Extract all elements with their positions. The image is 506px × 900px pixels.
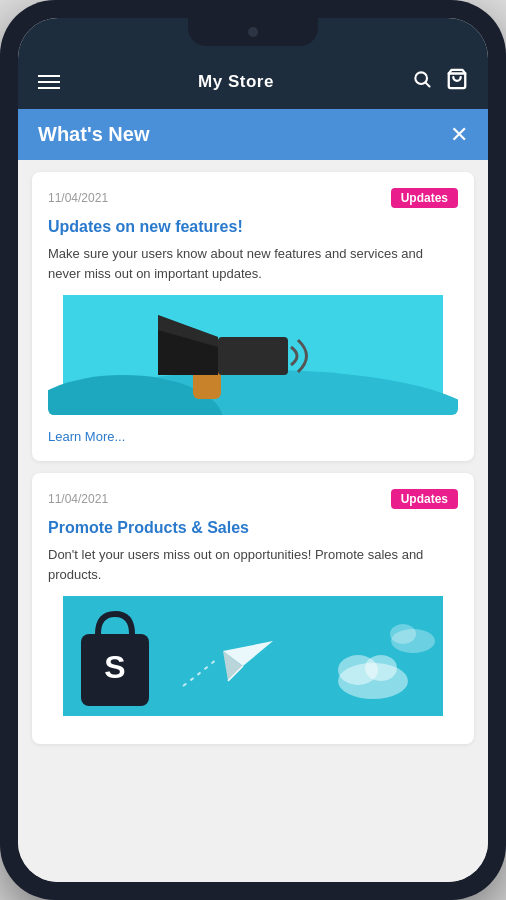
card-promote-products: 11/04/2021 Updates Promote Products & Sa… [32, 473, 474, 744]
svg-text:S: S [104, 649, 125, 685]
svg-point-19 [365, 655, 397, 681]
notch-camera [248, 27, 258, 37]
svg-line-1 [426, 83, 430, 87]
card-heading-2: Promote Products & Sales [48, 519, 458, 537]
card-image-shopify: S [48, 596, 458, 716]
svg-rect-8 [218, 337, 288, 375]
card-image-megaphone [48, 295, 458, 415]
badge-updates-2: Updates [391, 489, 458, 509]
screen: My Store What's New [18, 18, 488, 882]
close-button[interactable]: ✕ [450, 124, 468, 146]
whats-new-header: What's New ✕ [18, 109, 488, 160]
card-date-1: 11/04/2021 [48, 191, 108, 205]
card-meta-1: 11/04/2021 Updates [48, 188, 458, 208]
hamburger-menu-button[interactable] [38, 75, 60, 89]
search-icon[interactable] [412, 69, 432, 94]
nav-icons [412, 68, 468, 95]
cart-icon[interactable] [446, 68, 468, 95]
card-date-2: 11/04/2021 [48, 492, 108, 506]
svg-point-21 [390, 624, 416, 644]
card-updates-features: 11/04/2021 Updates Updates on new featur… [32, 172, 474, 461]
card-description-1: Make sure your users know about new feat… [48, 244, 458, 283]
learn-more-link-1[interactable]: Learn More... [48, 429, 125, 444]
card-description-2: Don't let your users miss out on opportu… [48, 545, 458, 584]
card-heading-1: Updates on new features! [48, 218, 458, 236]
store-title: My Store [198, 72, 274, 92]
content-area: 11/04/2021 Updates Updates on new featur… [18, 160, 488, 882]
whats-new-title: What's New [38, 123, 149, 146]
phone-frame: My Store What's New [0, 0, 506, 900]
card-meta-2: 11/04/2021 Updates [48, 489, 458, 509]
badge-updates-1: Updates [391, 188, 458, 208]
phone-notch [188, 18, 318, 46]
